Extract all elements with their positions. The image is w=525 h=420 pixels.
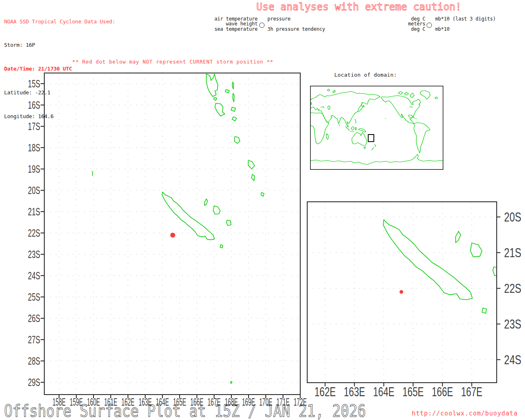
lifou xyxy=(470,243,482,257)
sakhalin xyxy=(361,102,362,106)
lat-tick-label: 21S xyxy=(28,205,40,218)
station-circle-icon xyxy=(259,23,265,28)
lat-tick-label: 27S xyxy=(28,333,40,346)
arctic-island xyxy=(404,92,409,95)
ambrym xyxy=(231,107,235,111)
header-source-line: NOAA SSD Tropical Cyclone Data Used: xyxy=(4,18,115,25)
philippines xyxy=(355,119,356,123)
baffin-island xyxy=(410,93,414,98)
station-legend-labels: air temperature pressure wave height sea… xyxy=(205,16,336,32)
legend-pressure: pressure xyxy=(267,16,290,21)
axis-ticks xyxy=(325,217,500,386)
eurasia-coast xyxy=(310,91,380,127)
lat-tick-label: 23S xyxy=(504,317,521,331)
lat-tick-label: 28S xyxy=(28,355,40,367)
lon-tick-label: 162E xyxy=(315,384,336,399)
station-circle-icon xyxy=(427,23,432,28)
sulawesi xyxy=(355,127,356,130)
ouvea xyxy=(205,199,208,206)
domain-rectangle xyxy=(368,135,374,142)
svalbard xyxy=(327,89,330,91)
lat-tick-label: 24S xyxy=(28,269,40,282)
inset-title: Location of domain: xyxy=(334,72,397,78)
erromango xyxy=(248,160,255,169)
south-america xyxy=(414,123,430,153)
legend-unit-mb10: mb*10 xyxy=(435,27,450,32)
ile-des-pins xyxy=(220,245,223,248)
world-inset-map xyxy=(310,86,443,170)
axis-labels: 162E163E164E165E166E167E20S21S22S23S24S xyxy=(315,210,521,399)
axis-ticks xyxy=(41,84,300,398)
header-storm-line: Storm: 16P xyxy=(4,41,115,49)
tanna xyxy=(251,174,255,181)
storm-position-warning: ** Red dot below may NOT represent CURRE… xyxy=(72,59,274,65)
legend-unit-meters: meters xyxy=(373,21,425,26)
lat-tick-label: 24S xyxy=(504,352,521,367)
lat-tick-label: 20S xyxy=(28,184,40,196)
novaya-zemlya xyxy=(333,90,336,93)
great-lakes xyxy=(409,107,413,107)
africa-coast xyxy=(310,113,329,144)
world-coastlines xyxy=(310,89,443,164)
lat-tick-label: 22S xyxy=(28,227,40,239)
main-map: 158E159E160E161E162E163E164E165E166E167E… xyxy=(25,70,308,409)
lat-tick-label: 25S xyxy=(28,291,40,303)
lon-tick-label: 165E xyxy=(402,384,424,399)
footer-title-svg: Offshore Surface Plot at 15Z / JAN 21, 2… xyxy=(2,404,395,420)
antarctica-coast xyxy=(310,154,443,164)
legend-wave-height: wave height xyxy=(205,21,258,26)
maewo xyxy=(233,82,234,89)
malo xyxy=(214,98,217,100)
lat-tick-label: 21S xyxy=(504,245,521,260)
hispaniola xyxy=(415,119,417,119)
australia xyxy=(352,132,367,146)
arctic-island xyxy=(398,91,403,94)
new-zealand-south xyxy=(372,147,374,150)
espiritu-santo xyxy=(206,74,218,97)
caspian-sea xyxy=(328,106,330,110)
legend-unit-mb10-last3: mb*10 (last 3 digits) xyxy=(435,16,496,21)
station-legend-units: deg C mb*10 (last 3 digits) meters deg C… xyxy=(373,16,500,32)
offshore-surface-plot-page: { "header": { "title_line": "NOAA SSD Tr… xyxy=(0,0,525,420)
legend-sea-temperature: sea temperature xyxy=(205,27,258,32)
pentecost xyxy=(233,93,234,102)
lat-tick-label: 20S xyxy=(504,210,521,224)
efate xyxy=(235,137,240,144)
lat-tick-label: 29S xyxy=(28,376,40,388)
mare xyxy=(226,220,231,226)
storm-position-dot xyxy=(399,290,403,294)
new-zealand-north xyxy=(374,144,376,147)
lon-tick-label: 164E xyxy=(373,384,395,399)
source-url: http://coolwx.com/buoydata xyxy=(412,410,518,417)
ouvea xyxy=(456,231,461,243)
new-guinea xyxy=(358,128,366,132)
black-sea xyxy=(321,107,324,108)
lat-tick-label: 19S xyxy=(28,163,40,175)
legend-pressure-tendency: 3h pressure tendency xyxy=(267,27,325,32)
storm-position-dot xyxy=(170,233,175,237)
lat-tick-label: 22S xyxy=(504,281,521,296)
lon-tick-label: 166E xyxy=(432,384,453,399)
lon-tick-label: 163E xyxy=(344,384,365,399)
lat-tick-label: 15S xyxy=(28,78,40,90)
legend-unit-degc-sea: deg C xyxy=(373,27,425,32)
java xyxy=(350,131,354,132)
axis-labels: 158E159E160E161E162E163E164E165E166E167E… xyxy=(28,78,307,408)
north-america xyxy=(381,96,420,123)
sumatra xyxy=(345,126,349,131)
tasmania xyxy=(364,147,365,148)
caution-banner-text: Use analyses with extreme caution! xyxy=(256,1,461,13)
caution-banner: Use analyses with extreme caution! xyxy=(252,1,466,14)
malakula xyxy=(215,103,225,116)
epi xyxy=(232,117,237,121)
sri-lanka xyxy=(339,125,340,126)
lat-tick-label: 16S xyxy=(28,99,40,111)
lifou xyxy=(213,206,220,214)
lat-tick-label: 23S xyxy=(28,248,40,260)
lat-tick-label: 17S xyxy=(28,120,40,132)
bellona-reef xyxy=(92,171,93,176)
lat-tick-label: 18S xyxy=(28,142,40,154)
madagascar xyxy=(326,134,329,139)
zoom-map: 162E163E164E165E166E167E20S21S22S23S24S xyxy=(304,199,525,404)
lon-tick-label: 167E xyxy=(461,384,482,399)
